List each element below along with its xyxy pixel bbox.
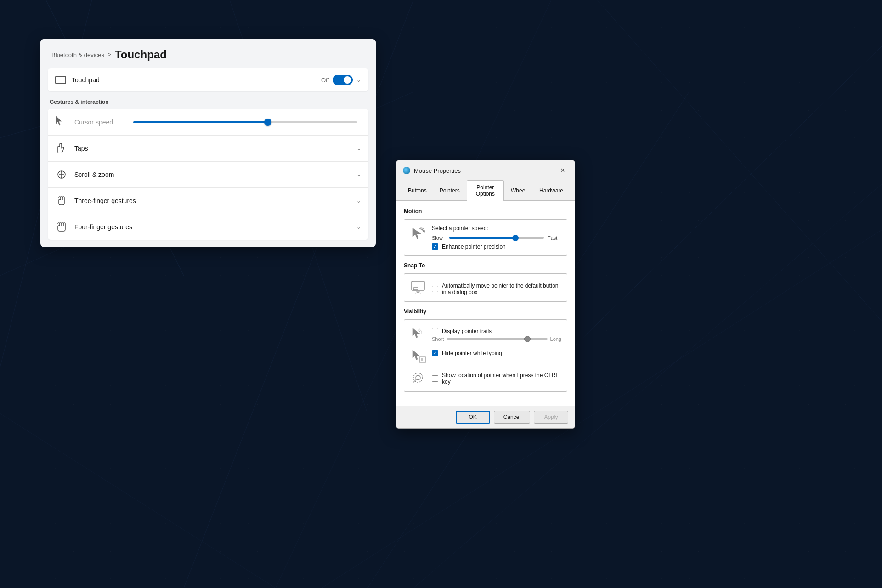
trails-slider-row: Short Long xyxy=(432,336,561,342)
pointer-trails-item: Display pointer trails Short Long xyxy=(410,325,561,342)
hide-pointer-checkbox[interactable] xyxy=(432,350,438,356)
motion-controls: Select a pointer speed: Slow Fast Enhanc… xyxy=(432,225,561,250)
snap-to-checkbox[interactable] xyxy=(432,286,438,292)
tab-wheel[interactable]: Wheel xyxy=(505,180,532,201)
snap-to-section-title: Snap To xyxy=(404,262,567,269)
enhance-precision-row[interactable]: Enhance pointer precision xyxy=(432,243,561,250)
three-finger-chevron: ⌄ xyxy=(356,198,361,204)
touchpad-row: Touchpad Off ⌄ xyxy=(48,68,368,91)
settings-window: Bluetooth & devices > Touchpad Touchpad … xyxy=(40,39,376,247)
trails-slider-thumb xyxy=(524,336,531,342)
tab-pointer-options[interactable]: Pointer Options xyxy=(467,180,504,201)
scroll-zoom-icon xyxy=(55,168,68,181)
taps-chevron: ⌄ xyxy=(356,145,361,152)
mouse-properties-dialog: Mouse Properties × Buttons Pointers Poin… xyxy=(396,160,575,429)
speed-slider-thumb xyxy=(512,235,519,241)
cancel-button[interactable]: Cancel xyxy=(494,411,530,424)
dialog-close-button[interactable]: × xyxy=(557,165,568,176)
breadcrumb-separator: > xyxy=(108,51,111,58)
svg-line-11 xyxy=(0,413,276,588)
cursor-icon xyxy=(55,115,68,129)
pointer-trails-label: Display pointer trails xyxy=(442,328,492,334)
show-location-label: Show location of pointer when I press th… xyxy=(442,372,561,385)
four-finger-chevron: ⌄ xyxy=(356,224,361,230)
snap-to-label: Automatically move pointer to the defaul… xyxy=(442,283,561,295)
pointer-speed-icon xyxy=(410,225,426,242)
breadcrumb-parent[interactable]: Bluetooth & devices xyxy=(51,51,104,58)
enhance-precision-label: Enhance pointer precision xyxy=(442,243,506,250)
settings-content: Touchpad Off ⌄ Gestures & interaction Cu… xyxy=(40,68,376,247)
fast-label: Fast xyxy=(548,235,561,241)
four-finger-row[interactable]: Four-finger gestures ⌄ xyxy=(48,214,368,240)
dialog-footer: OK Cancel Apply xyxy=(396,406,575,428)
hide-pointer-icon xyxy=(410,347,426,364)
tab-buttons[interactable]: Buttons xyxy=(402,180,433,201)
three-finger-row[interactable]: Three-finger gestures ⌄ xyxy=(48,188,368,214)
show-location-item: Show location of pointer when I press th… xyxy=(410,369,561,386)
hide-pointer-label: Hide pointer while typing xyxy=(442,350,502,356)
slider-thumb xyxy=(264,119,271,126)
pointer-speed-slider[interactable] xyxy=(449,237,544,239)
pointer-trails-checkbox-row[interactable]: Display pointer trails xyxy=(432,328,561,334)
snap-to-controls: Automatically move pointer to the defaul… xyxy=(432,280,561,295)
enhance-precision-checkbox[interactable] xyxy=(432,243,438,250)
touchpad-toggle[interactable] xyxy=(333,75,353,85)
cursor-speed-slider[interactable] xyxy=(133,121,357,123)
touchpad-toggle-off-label: Off xyxy=(321,77,329,84)
motion-section: Select a pointer speed: Slow Fast Enhanc… xyxy=(404,219,567,256)
apply-button[interactable]: Apply xyxy=(534,411,568,424)
touchpad-expand-button[interactable]: ⌄ xyxy=(356,77,361,83)
motion-description: Select a pointer speed: xyxy=(432,225,561,232)
gesture-group: Cursor speed Taps ⌄ xyxy=(48,109,368,240)
tab-pointers[interactable]: Pointers xyxy=(434,180,466,201)
touchpad-icon xyxy=(55,76,66,84)
hide-pointer-checkbox-row[interactable]: Hide pointer while typing xyxy=(432,350,561,356)
svg-rect-15 xyxy=(413,288,418,290)
taps-label: Taps xyxy=(74,145,356,152)
slider-fill xyxy=(133,121,268,123)
speed-row: Slow Fast xyxy=(432,235,561,241)
speed-slider-fill xyxy=(449,237,515,239)
motion-row: Select a pointer speed: Slow Fast Enhanc… xyxy=(410,225,561,250)
pointer-trails-icon xyxy=(410,325,426,342)
trails-length-slider[interactable] xyxy=(447,338,547,340)
trails-short-label: Short xyxy=(432,336,444,342)
taps-row[interactable]: Taps ⌄ xyxy=(48,136,368,162)
snap-to-icon xyxy=(410,279,426,296)
touchpad-label: Touchpad xyxy=(72,76,321,84)
hide-pointer-item: Hide pointer while typing xyxy=(410,347,561,364)
snap-to-section: Automatically move pointer to the defaul… xyxy=(404,273,567,302)
three-finger-icon xyxy=(55,194,68,207)
show-location-checkbox[interactable] xyxy=(432,375,438,382)
ok-button[interactable]: OK xyxy=(456,411,490,424)
toggle-knob xyxy=(344,76,351,84)
visibility-section-title: Visibility xyxy=(404,308,567,315)
scroll-zoom-row[interactable]: Scroll & zoom ⌄ xyxy=(48,162,368,188)
tab-hardware[interactable]: Hardware xyxy=(533,180,569,201)
trails-long-label: Long xyxy=(550,336,561,342)
scroll-zoom-label: Scroll & zoom xyxy=(74,171,356,178)
four-finger-icon xyxy=(55,220,68,233)
dialog-body: Motion Select a pointer speed: Slow xyxy=(396,201,575,406)
show-location-checkbox-row[interactable]: Show location of pointer when I press th… xyxy=(432,372,561,385)
four-finger-label: Four-finger gestures xyxy=(74,223,356,231)
taps-icon xyxy=(55,142,68,155)
svg-line-10 xyxy=(597,0,882,322)
pointer-trails-checkbox[interactable] xyxy=(432,328,438,334)
settings-header: Bluetooth & devices > Touchpad xyxy=(40,39,376,68)
snap-to-checkbox-row[interactable]: Automatically move pointer to the defaul… xyxy=(432,283,561,295)
gestures-section-label: Gestures & interaction xyxy=(50,99,368,105)
visibility-section: Display pointer trails Short Long xyxy=(404,319,567,392)
snap-to-row: Automatically move pointer to the defaul… xyxy=(410,279,561,296)
three-finger-label: Three-finger gestures xyxy=(74,197,356,204)
mouse-dialog-icon xyxy=(403,167,410,174)
scroll-zoom-chevron: ⌄ xyxy=(356,171,361,178)
show-location-icon xyxy=(410,369,426,386)
cursor-speed-row: Cursor speed xyxy=(48,109,368,136)
slider-track xyxy=(133,121,357,123)
hide-pointer-controls: Hide pointer while typing xyxy=(432,347,561,356)
cursor-speed-label: Cursor speed xyxy=(74,119,130,126)
motion-section-title: Motion xyxy=(404,208,567,215)
dialog-titlebar: Mouse Properties × xyxy=(396,160,575,180)
pointer-trails-controls: Display pointer trails Short Long xyxy=(432,325,561,342)
